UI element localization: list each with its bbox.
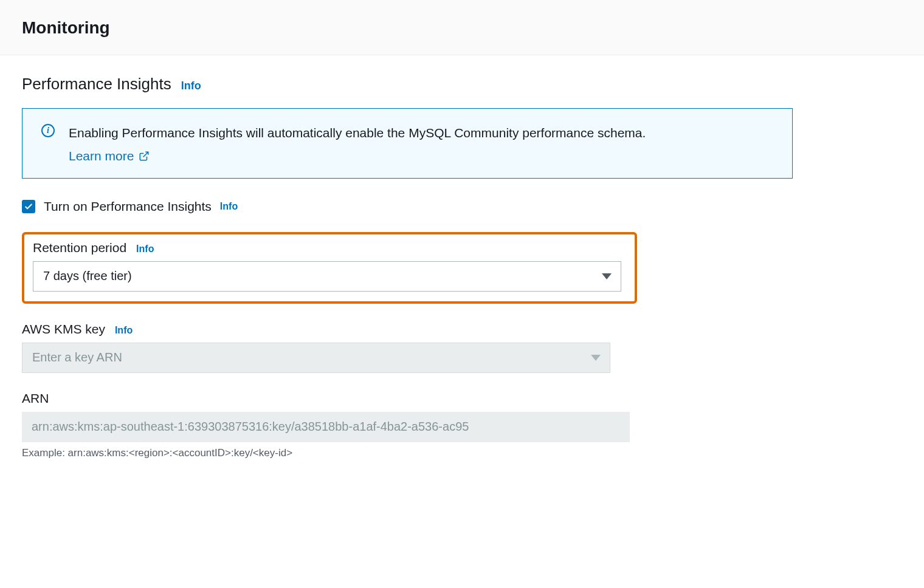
kms-select[interactable]: Enter a key ARN bbox=[22, 343, 610, 373]
arn-label: ARN bbox=[22, 391, 49, 406]
kms-label-row: AWS KMS key Info bbox=[22, 322, 630, 337]
arn-helper-text: Example: arn:aws:kms:<region>:<accountID… bbox=[22, 447, 630, 459]
content-area: Performance Insights Info i Enabling Per… bbox=[0, 55, 815, 497]
performance-insights-checkbox-row: Turn on Performance Insights Info bbox=[22, 199, 793, 214]
section-info-link[interactable]: Info bbox=[181, 80, 201, 92]
retention-select-value: 7 days (free tier) bbox=[43, 269, 132, 283]
retention-label: Retention period bbox=[33, 241, 126, 255]
header-bar: Monitoring bbox=[0, 0, 924, 55]
learn-more-link[interactable]: Learn more bbox=[69, 149, 150, 163]
svg-line-0 bbox=[143, 152, 148, 157]
arn-field-group: ARN arn:aws:kms:ap-southeast-1:639303875… bbox=[22, 391, 630, 459]
performance-insights-checkbox-label: Turn on Performance Insights bbox=[44, 199, 212, 214]
page-title: Monitoring bbox=[22, 18, 902, 38]
arn-value: arn:aws:kms:ap-southeast-1:639303875316:… bbox=[32, 420, 469, 434]
kms-info-link[interactable]: Info bbox=[115, 325, 133, 336]
info-alert-text: Enabling Performance Insights will autom… bbox=[69, 123, 775, 143]
section-title: Performance Insights bbox=[22, 75, 171, 94]
retention-select[interactable]: 7 days (free tier) bbox=[33, 261, 621, 292]
kms-select-placeholder: Enter a key ARN bbox=[32, 350, 122, 364]
retention-info-link[interactable]: Info bbox=[136, 244, 154, 255]
kms-label: AWS KMS key bbox=[22, 322, 105, 337]
learn-more-label: Learn more bbox=[69, 149, 134, 163]
external-link-icon bbox=[139, 151, 150, 162]
retention-highlight: Retention period Info 7 days (free tier) bbox=[22, 232, 637, 304]
kms-field-group: AWS KMS key Info Enter a key ARN bbox=[22, 322, 630, 373]
performance-insights-checkbox[interactable] bbox=[22, 200, 35, 213]
info-icon: i bbox=[41, 123, 55, 138]
checkmark-icon bbox=[24, 202, 33, 211]
arn-input[interactable]: arn:aws:kms:ap-southeast-1:639303875316:… bbox=[22, 412, 630, 442]
arn-label-row: ARN bbox=[22, 391, 630, 406]
section-header: Performance Insights Info bbox=[22, 75, 793, 94]
retention-label-row: Retention period Info bbox=[33, 241, 626, 255]
info-alert: i Enabling Performance Insights will aut… bbox=[22, 108, 793, 179]
checkbox-info-link[interactable]: Info bbox=[220, 201, 238, 212]
